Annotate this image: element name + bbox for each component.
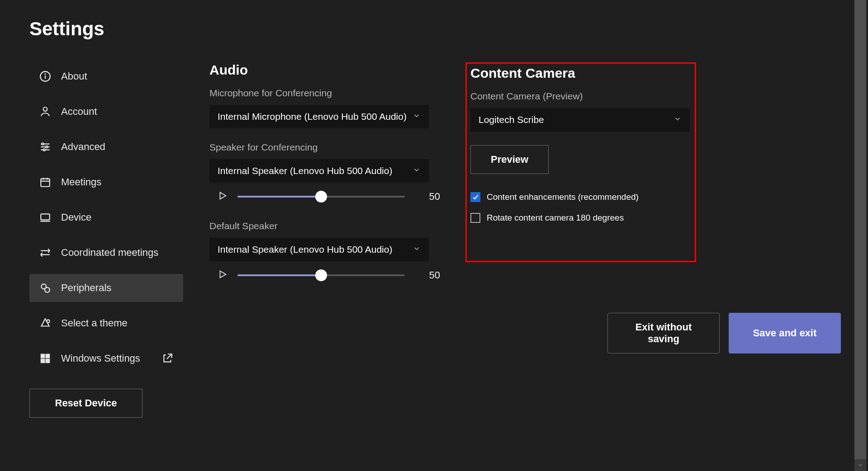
exit-without-saving-button[interactable]: Exit without saving <box>607 313 720 353</box>
peripherals-icon <box>39 282 51 294</box>
audio-section-title: Audio <box>209 62 440 78</box>
sidebar-item-about[interactable]: About <box>29 62 183 90</box>
svg-point-9 <box>43 149 45 151</box>
content-camera-section: Content Camera Content Camera (Preview) … <box>465 62 696 262</box>
svg-rect-21 <box>46 354 50 358</box>
chevron-down-icon <box>674 114 682 125</box>
svg-point-8 <box>46 146 47 148</box>
sidebar-item-label: Select a theme <box>61 317 128 329</box>
default-speaker-dropdown-value: Internal Speaker (Lenovo Hub 500 Audio) <box>218 244 392 255</box>
slider-fill <box>237 196 321 198</box>
sidebar-item-label: Coordinated meetings <box>61 247 158 259</box>
sync-icon <box>39 247 51 259</box>
svg-marker-25 <box>220 271 226 278</box>
content-camera-dropdown[interactable]: Logitech Scribe <box>470 108 690 132</box>
content-enhancements-checkbox-row[interactable]: Content enhancements (recommended) <box>470 192 691 202</box>
default-speaker-label: Default Speaker <box>209 221 440 231</box>
save-and-exit-button[interactable]: Save and exit <box>729 313 841 353</box>
svg-rect-14 <box>41 214 50 220</box>
svg-point-2 <box>45 74 45 74</box>
default-speaker-dropdown[interactable]: Internal Speaker (Lenovo Hub 500 Audio) <box>209 238 429 261</box>
default-speaker-volume-value: 50 <box>429 269 440 281</box>
sidebar-item-label: About <box>61 71 87 82</box>
rotate-camera-checkbox-row[interactable]: Rotate content camera 180 degrees <box>470 213 691 223</box>
speaker-label: Speaker for Conferencing <box>209 142 440 153</box>
rotate-camera-label: Rotate content camera 180 degrees <box>487 213 624 223</box>
preview-button[interactable]: Preview <box>470 145 549 174</box>
chevron-down-icon <box>413 244 421 255</box>
sidebar-item-coordinated-meetings[interactable]: Coordinated meetings <box>29 239 183 267</box>
chevron-down-icon <box>413 165 421 176</box>
default-speaker-volume-slider[interactable] <box>237 274 405 276</box>
sidebar-item-account[interactable]: Account <box>29 98 183 126</box>
play-icon[interactable] <box>218 269 228 281</box>
slider-thumb[interactable] <box>315 269 327 281</box>
checkbox-checked-icon <box>470 192 480 202</box>
account-icon <box>39 106 51 118</box>
sidebar-item-peripherals[interactable]: Peripherals <box>29 274 183 302</box>
content-camera-dropdown-value: Logitech Scribe <box>479 114 544 125</box>
sidebar-item-meetings[interactable]: Meetings <box>29 168 183 196</box>
sidebar-item-windows-settings[interactable]: Windows Settings <box>29 344 183 372</box>
microphone-dropdown-value: Internal Microphone (Lenovo Hub 500 Audi… <box>218 111 407 122</box>
scrollbar-down-button[interactable] <box>854 459 866 471</box>
sidebar-item-label: Meetings <box>61 176 101 188</box>
slider-fill <box>237 274 321 276</box>
svg-rect-10 <box>41 179 50 186</box>
settings-sidebar: About Account Advanced Meetings <box>29 62 183 471</box>
microphone-label: Microphone for Conferencing <box>209 88 440 99</box>
content-camera-title: Content Camera <box>470 66 691 81</box>
play-icon[interactable] <box>218 191 228 203</box>
windows-icon <box>39 353 51 364</box>
sidebar-item-advanced[interactable]: Advanced <box>29 133 183 161</box>
device-icon <box>39 212 51 223</box>
svg-rect-22 <box>41 359 45 363</box>
sidebar-item-label: Device <box>61 212 91 223</box>
speaker-volume-slider[interactable] <box>237 196 405 198</box>
svg-point-3 <box>43 107 47 111</box>
slider-thumb[interactable] <box>315 191 327 203</box>
sidebar-item-label: Peripherals <box>61 282 111 294</box>
svg-point-19 <box>47 320 50 323</box>
sidebar-item-label: Windows Settings <box>61 353 140 364</box>
microphone-dropdown[interactable]: Internal Microphone (Lenovo Hub 500 Audi… <box>209 105 429 128</box>
content-camera-preview-label: Content Camera (Preview) <box>470 91 691 102</box>
page-title: Settings <box>29 18 868 40</box>
speaker-dropdown-value: Internal Speaker (Lenovo Hub 500 Audio) <box>218 165 392 176</box>
audio-section: Audio Microphone for Conferencing Intern… <box>209 62 440 471</box>
sidebar-item-device[interactable]: Device <box>29 203 183 231</box>
svg-marker-24 <box>220 193 226 199</box>
calendar-icon <box>39 176 51 188</box>
speaker-dropdown[interactable]: Internal Speaker (Lenovo Hub 500 Audio) <box>209 159 429 183</box>
info-icon <box>39 71 51 82</box>
reset-device-button[interactable]: Reset Device <box>29 389 142 418</box>
advanced-icon <box>39 141 51 153</box>
external-link-icon <box>161 353 173 364</box>
svg-point-17 <box>45 287 50 292</box>
content-enhancements-label: Content enhancements (recommended) <box>487 192 639 202</box>
svg-rect-23 <box>46 359 50 363</box>
theme-icon <box>39 317 51 329</box>
vertical-scrollbar[interactable] <box>854 0 866 471</box>
chevron-down-icon <box>413 111 421 122</box>
speaker-volume-value: 50 <box>429 191 440 203</box>
checkbox-unchecked-icon <box>470 213 480 223</box>
sidebar-item-label: Account <box>61 106 97 118</box>
footer-buttons: Exit without saving Save and exit <box>607 313 841 353</box>
svg-point-7 <box>42 143 43 145</box>
svg-rect-20 <box>41 354 45 358</box>
sidebar-item-label: Advanced <box>61 141 105 153</box>
sidebar-item-select-theme[interactable]: Select a theme <box>29 309 183 337</box>
